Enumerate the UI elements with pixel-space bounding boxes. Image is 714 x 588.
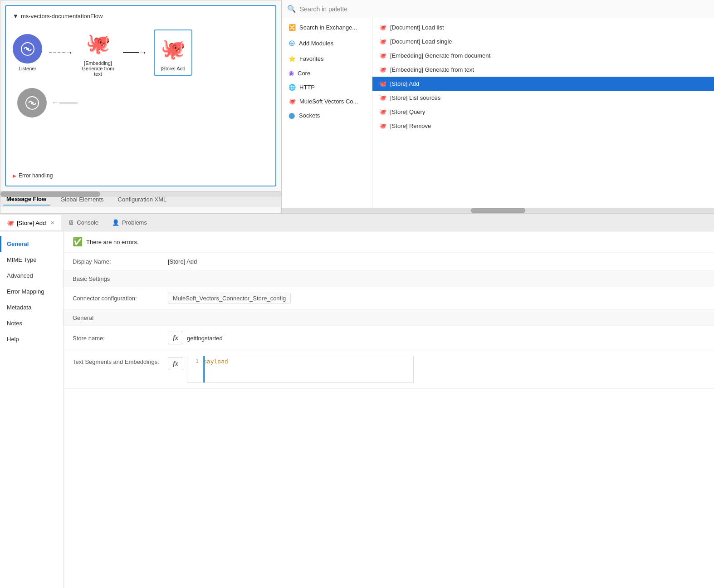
bottom-tab-problems[interactable]: 👤 Problems (105, 216, 154, 230)
palette-item-embedding-gen-doc[interactable]: 🐙 [Embedding] Generate from document (372, 49, 714, 63)
embedding-gen-doc-icon: 🐙 (379, 52, 386, 59)
store-add-node[interactable]: 🐙 [Store] Add (154, 29, 192, 76)
palette-item-http[interactable]: 🌐 HTTP (282, 80, 372, 94)
palette-left-panel: 🔀 Search in Exchange... ⊕ Add Modules ⭐ … (282, 18, 372, 208)
sidebar-notes-label: Notes (7, 320, 22, 327)
palette-item-search-exchange[interactable]: 🔀 Search in Exchange... (282, 20, 372, 34)
palette-item-mulesoft-vectors[interactable]: 🐙 MuleSoft Vectors Co... (282, 94, 372, 108)
palette-item-store-remove[interactable]: 🐙 [Store] Remove (372, 119, 714, 133)
palette-item-core[interactable]: ◉ Core (282, 66, 372, 80)
add-modules-label: Add Modules (299, 40, 333, 47)
sidebar-advanced-label: Advanced (7, 272, 33, 279)
store-query-icon: 🐙 (379, 108, 386, 115)
sidebar-error-mapping-label: Error Mapping (7, 288, 44, 295)
connector-config-label: Connector configuration: (73, 295, 163, 302)
error-handling[interactable]: ▶ Error handling (13, 172, 53, 179)
store-name-value: gettingstarted (187, 335, 223, 342)
palette-item-store-add[interactable]: 🐙 [Store] Add (372, 77, 714, 91)
console-tab-label: Console (77, 219, 98, 226)
palette-item-store-query[interactable]: 🐙 [Store] Query (372, 105, 714, 119)
sidebar-item-general[interactable]: General (0, 236, 63, 252)
sockets-label: Sockets (299, 112, 320, 119)
code-editor[interactable]: 1 payload (187, 356, 414, 383)
text-segments-label: Text Segments and Embeddings: (73, 358, 163, 365)
sidebar-item-mime-type[interactable]: MIME Type (0, 252, 63, 268)
palette-scrollbar[interactable] (282, 208, 714, 213)
embedding-gen-doc-label: [Embedding] Generate from document (390, 52, 490, 59)
svg-point-3 (31, 102, 34, 104)
canvas-scrollbar-thumb (0, 191, 100, 197)
sidebar-item-metadata[interactable]: Metadata (0, 299, 63, 315)
palette-item-embedding-gen-text[interactable]: 🐙 [Embedding] Generate from text (372, 63, 714, 77)
bottom-tab-console[interactable]: 🖥 Console (61, 216, 105, 230)
arrow-1: → (49, 48, 73, 58)
palette-item-doc-load-list[interactable]: 🐙 [Document] Load list (372, 20, 714, 34)
core-label: Core (298, 70, 310, 77)
store-name-label: Store name: (73, 335, 163, 342)
text-segments-fx-button[interactable]: fx (168, 358, 183, 370)
svg-point-1 (26, 48, 29, 50)
store-name-fx-button[interactable]: fx (168, 332, 183, 344)
sidebar-item-advanced[interactable]: Advanced (0, 268, 63, 284)
store-add-palette-icon: 🐙 (379, 80, 386, 87)
store-add-icon: 🐙 (158, 34, 188, 64)
palette-item-favorites[interactable]: ⭐ Favorites (282, 52, 372, 66)
doc-load-single-icon: 🐙 (379, 38, 386, 45)
bottom-tabs-bar: 🐙 [Store] Add ✕ 🖥 Console 👤 Problems (0, 214, 714, 231)
status-bar: ✅ There are no errors. (64, 231, 714, 253)
listener-label: Listener (19, 66, 36, 71)
code-line-content: payload (203, 358, 228, 365)
basic-settings-label: Basic Settings (73, 275, 110, 282)
sockets-icon: ⬤ (289, 112, 295, 119)
embedding-node[interactable]: 🐙 [Embedding] Generate from text (80, 29, 116, 77)
error-handling-label: Error handling (19, 172, 53, 179)
code-line-number: 1 (187, 358, 203, 364)
general-section-header: General (64, 310, 714, 326)
sidebar-general-label: General (7, 240, 29, 247)
flow-collapse-triangle[interactable]: ▼ (13, 13, 19, 20)
palette-item-sockets[interactable]: ⬤ Sockets (282, 108, 372, 122)
store-list-sources-label: [Store] List sources (390, 94, 440, 101)
problems-icon: 👤 (112, 219, 119, 226)
sidebar-item-notes[interactable]: Notes (0, 315, 63, 331)
listener-icon (13, 34, 42, 64)
mulesoft-vectors-label: MuleSoft Vectors Co... (299, 98, 358, 105)
gray-globe-icon (17, 88, 47, 118)
http-label: HTTP (299, 84, 315, 91)
sidebar-item-help[interactable]: Help (0, 331, 63, 347)
arrow-2: → (123, 48, 147, 58)
basic-settings-header: Basic Settings (64, 271, 714, 287)
palette-item-doc-load-single[interactable]: 🐙 [Document] Load single (372, 34, 714, 49)
canvas-scrollbar[interactable] (0, 191, 281, 197)
listener-node[interactable]: Listener (13, 34, 42, 71)
palette-item-store-list-sources[interactable]: 🐙 [Store] List sources (372, 91, 714, 105)
embedding-gen-text-icon: 🐙 (379, 66, 386, 73)
add-modules-icon: ⊕ (289, 38, 295, 48)
palette-search-bar: 🔍 (282, 0, 714, 18)
http-icon: 🌐 (289, 84, 296, 91)
palette-search-icon: 🔍 (287, 5, 296, 13)
display-name-label: Display Name: (73, 258, 163, 265)
doc-load-list-icon: 🐙 (379, 24, 386, 31)
palette-right-panel: 🐙 [Document] Load list 🐙 [Document] Load… (372, 18, 714, 208)
bottom-tab-store-add[interactable]: 🐙 [Store] Add ✕ (0, 215, 61, 230)
sidebar-item-error-mapping[interactable]: Error Mapping (0, 284, 63, 299)
doc-load-single-label: [Document] Load single (390, 38, 452, 45)
second-row-node[interactable] (17, 88, 47, 118)
flow-title: ▼ ms-vectors-documentationFlow (13, 13, 269, 20)
palette-scrollbar-thumb (471, 208, 525, 213)
embedding-label: [Embedding] Generate from text (80, 60, 116, 77)
store-list-sources-icon: 🐙 (379, 94, 386, 101)
palette-item-add-modules[interactable]: ⊕ Add Modules (282, 34, 372, 52)
favorites-icon: ⭐ (289, 55, 296, 62)
store-add-tab-icon: 🐙 (7, 220, 14, 226)
store-add-label: [Store] Add (161, 66, 185, 71)
general-section-label: General (73, 314, 93, 321)
palette-search-input[interactable] (300, 5, 709, 13)
console-icon: 🖥 (68, 219, 74, 226)
bottom-panel: 🐙 [Store] Add ✕ 🖥 Console 👤 Problems Gen… (0, 213, 714, 588)
store-add-tab-close[interactable]: ✕ (50, 220, 54, 226)
display-name-value: [Store] Add (168, 258, 197, 265)
favorites-label: Favorites (299, 55, 323, 62)
connector-config-value: MuleSoft_Vectors_Connector_Store_config (168, 293, 291, 304)
